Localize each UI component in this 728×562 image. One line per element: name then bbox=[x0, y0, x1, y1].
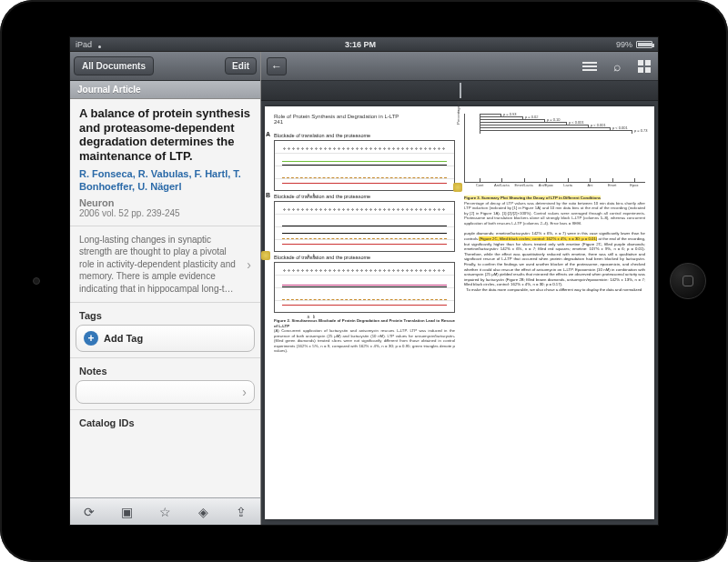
panel-title: Blockade of translation and the proteaso… bbox=[274, 194, 455, 199]
body-text: purple diamonds; emetine/lactacystin: 14… bbox=[464, 231, 645, 292]
chevron-right-icon: › bbox=[247, 257, 251, 272]
catalog-ids-label: Catalog IDs bbox=[70, 410, 260, 432]
article-authors[interactable]: R. Fonseca, R. Vabulas, F. Hartl, T. Bon… bbox=[79, 168, 251, 194]
notes-label: Notes bbox=[70, 358, 260, 380]
abstract-row[interactable]: Long-lasting changes in synaptic strengt… bbox=[70, 226, 260, 304]
page-right-column: Percentage decay of LTP values p = 0.93p… bbox=[464, 114, 645, 516]
figure-3-caption: Figure 3. Summary Plot Showing the Decay… bbox=[464, 196, 645, 226]
plus-icon: + bbox=[84, 331, 98, 346]
panel-label: A bbox=[266, 131, 270, 137]
panel-label: B bbox=[266, 192, 270, 198]
device-label: iPad bbox=[76, 40, 92, 49]
timecourse-plot: a b bbox=[274, 201, 455, 252]
tag-icon[interactable]: ◈ bbox=[195, 504, 211, 520]
edit-button[interactable]: Edit bbox=[225, 57, 257, 75]
timecourse-plot: a b bbox=[274, 262, 455, 313]
clock: 3:16 PM bbox=[105, 40, 616, 49]
figure-2-caption: Figure 2. Simultaneous Blockade of Prote… bbox=[274, 318, 455, 354]
timecourse-plot: a b bbox=[274, 140, 455, 191]
wifi-icon bbox=[96, 41, 105, 48]
app: All Documents Edit Journal Article A bal… bbox=[70, 52, 658, 525]
add-tag-button[interactable]: + Add Tag bbox=[76, 325, 255, 352]
chevron-right-icon: › bbox=[242, 385, 247, 399]
back-button[interactable]: ← bbox=[267, 57, 287, 75]
home-button[interactable] bbox=[670, 263, 706, 299]
side-panel-toolbar: All Documents Edit bbox=[70, 52, 260, 81]
front-camera bbox=[33, 277, 40, 285]
panel-title: Blockade of translation and the proteaso… bbox=[274, 133, 455, 138]
article-journal: Neuron bbox=[79, 197, 251, 208]
side-panel-bottom-toolbar: ⟳ ▣ ☆ ◈ ⇪ bbox=[70, 497, 260, 525]
all-documents-button[interactable]: All Documents bbox=[74, 56, 154, 75]
side-panel: All Documents Edit Journal Article A bal… bbox=[70, 52, 261, 525]
figure-3-barchart: Percentage decay of LTP values p = 0.93p… bbox=[464, 114, 645, 183]
ipad-frame: iPad 3:16 PM 99% All Documents Edit Jour… bbox=[0, 0, 728, 562]
share-icon[interactable]: ⇪ bbox=[233, 504, 249, 520]
star-icon[interactable]: ☆ bbox=[157, 504, 173, 520]
article-volume: 2006 vol. 52 pp. 239-245 bbox=[79, 208, 251, 218]
abstract-text: Long-lasting changes in synaptic strengt… bbox=[79, 234, 243, 296]
pdf-page: Role of Protein Synthesis and Degradatio… bbox=[265, 106, 654, 519]
annotation-icon[interactable] bbox=[261, 251, 270, 260]
panel-title: Blockade of translation and the proteaso… bbox=[274, 255, 455, 260]
battery-percent: 99% bbox=[616, 40, 632, 49]
status-bar: iPad 3:16 PM 99% bbox=[70, 37, 658, 52]
article-title: A balance of protein synthesis and prote… bbox=[79, 106, 251, 163]
page-left-column: Role of Protein Synthesis and Degradatio… bbox=[274, 114, 455, 516]
page-thumbnails[interactable] bbox=[261, 81, 658, 101]
add-tag-label: Add Tag bbox=[104, 333, 143, 344]
battery-icon bbox=[636, 41, 652, 48]
page-area[interactable]: Role of Protein Synthesis and Degradatio… bbox=[261, 101, 658, 525]
highlighted-text: (Figure 2C, filled black circles; contro… bbox=[479, 236, 597, 241]
grid-icon[interactable] bbox=[636, 60, 652, 73]
article-meta: A balance of protein synthesis and prote… bbox=[70, 99, 260, 226]
item-type-label: Journal Article bbox=[70, 81, 260, 99]
screen: iPad 3:16 PM 99% All Documents Edit Jour… bbox=[69, 36, 659, 526]
notes-field[interactable]: › bbox=[76, 380, 255, 404]
list-icon[interactable] bbox=[581, 60, 598, 73]
viewer-toolbar: ← ⌕ bbox=[261, 52, 658, 81]
tags-label: Tags bbox=[70, 303, 260, 325]
folder-icon[interactable]: ▣ bbox=[119, 504, 136, 520]
search-icon[interactable]: ⌕ bbox=[609, 60, 625, 73]
annotation-icon[interactable] bbox=[453, 183, 462, 192]
pdf-viewer: ← ⌕ Role of Protein Synthesis and Degrad… bbox=[261, 52, 658, 525]
refresh-icon[interactable]: ⟳ bbox=[81, 504, 97, 520]
